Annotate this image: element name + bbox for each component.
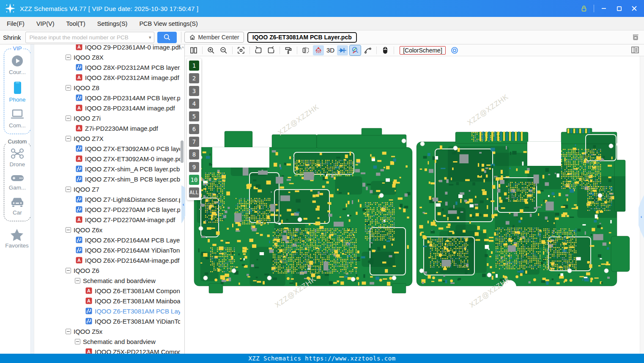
layer-button-all[interactable]: ALL (189, 187, 199, 198)
color-scheme-button[interactable]: [ColorScheme] (400, 46, 446, 55)
layer-button-7[interactable]: 7 (189, 137, 199, 147)
collapse-expander-icon[interactable] (66, 116, 71, 121)
sidebar-item-computer[interactable]: Com... (9, 108, 26, 129)
tree-item-pdf[interactable]: AIQOO Z6X-PD2164AM-image.pdf (34, 255, 180, 265)
3d-view-button[interactable]: 3D (326, 47, 334, 54)
collapse-expander-icon[interactable] (75, 339, 80, 344)
menu-item-file[interactable]: File(F) (7, 20, 25, 27)
layer-button-1[interactable]: 1 (189, 60, 199, 71)
layer-button-3[interactable]: 3 (189, 86, 199, 96)
measure-tool-icon[interactable] (350, 45, 361, 55)
tree-group[interactable]: IQOO Z6 (34, 265, 180, 275)
tree-item-pcb[interactable]: IQOO Z7X-shim_B PCB layer.pcb (34, 174, 180, 184)
rotate-right-icon[interactable] (266, 45, 277, 55)
shrink-button[interactable]: Shrink (3, 34, 21, 41)
tree-item-pdf[interactable]: AIQOO Z8-PD2314AM image.pdf (34, 103, 180, 113)
tree-item-pcb[interactable]: IQOO Z7X-shim_A PCB layer.pcb (34, 164, 180, 174)
collapse-expander-icon[interactable] (66, 187, 71, 192)
tree-item-pdf[interactable]: AIQOO Z6-ET3081AM Mainboard.pdf (34, 296, 180, 306)
layer-button-8[interactable]: 8 (189, 149, 199, 160)
menu-item-tool[interactable]: Tool(T) (66, 20, 85, 27)
star-icon (10, 228, 24, 242)
tree-group[interactable]: IQOO Z7i (34, 113, 180, 123)
tab-pcb-layer[interactable]: IQOO Z6-ET3081AM PCB Layer.pcb (247, 32, 357, 43)
paint-roller-icon[interactable] (283, 45, 294, 55)
sidebar-scrollbar-track[interactable] (30, 44, 34, 354)
tree-scroll-up-icon[interactable]: ˄︎^ (179, 46, 184, 51)
menu-item-settings[interactable]: Settings(S) (97, 20, 128, 27)
tree-item-pdf[interactable]: AIQOO Z6-ET3081AM Component.pdf (34, 286, 180, 296)
layer-button-9[interactable]: 9 (189, 162, 199, 172)
zoom-out-icon[interactable] (218, 45, 229, 55)
tree-group[interactable]: Schematic and boardview (34, 336, 180, 346)
tree-item-pcb[interactable]: IQOO Z7-PD2270AM PCB layer.pcb (34, 204, 180, 214)
search-button[interactable] (157, 32, 177, 43)
tree-group[interactable]: IQOO Z7X (34, 133, 180, 143)
tree-group[interactable]: IQOO Z7 (34, 184, 180, 194)
diode-tool-icon[interactable] (337, 45, 348, 55)
layer-button-6[interactable]: 6 (189, 124, 199, 134)
layer-button-5[interactable]: 5 (189, 111, 199, 121)
tree-item-pcb[interactable]: IQOO Z6X-PD2164AM PCB Layer.pcb (34, 235, 180, 245)
close-button[interactable] (628, 3, 641, 14)
pcb-canvas[interactable]: XZZ@XZZHKXZZ@XZZHKXZZ@XZZHKXZZ@XZZHK 123… (185, 56, 644, 354)
tree-group[interactable]: IQOO Z6x (34, 225, 180, 235)
collapse-expander-icon[interactable] (75, 278, 80, 283)
collapse-expander-icon[interactable] (66, 227, 71, 233)
layer-button-4[interactable]: 4 (189, 99, 199, 109)
fit-screen-icon[interactable] (236, 45, 247, 55)
sidebar-item-course[interactable]: Cour... (9, 54, 26, 75)
tree-item-pdf[interactable]: AIQOO Z5X-PD2123AM Component.pdf (34, 346, 180, 354)
sidebar-item-phone[interactable]: Phone (9, 81, 25, 103)
split-view-icon[interactable] (188, 45, 199, 55)
collapse-expander-icon[interactable] (66, 136, 71, 141)
tree-item-pcb[interactable]: IQOO Z6-ET3081AM PCB Layer.pcb (34, 306, 180, 316)
tree-item-pcb[interactable]: IQOO Z7X-ET3092AM-0 PCB layer.pcb (34, 143, 180, 154)
tree-scrollbar-thumb[interactable] (181, 140, 184, 163)
sidebar-item-game[interactable]: Gam... (9, 173, 26, 191)
member-center-button[interactable]: Member Center (184, 32, 244, 43)
tree-group[interactable]: Schematic and boardview (34, 275, 180, 286)
mirror-flip-icon[interactable] (300, 45, 311, 55)
collapse-expander-icon[interactable] (66, 268, 71, 273)
layer-button-2[interactable]: 2 (189, 73, 199, 83)
zoom-in-icon[interactable] (206, 45, 216, 55)
pcb-board-rendering[interactable]: XZZ@XZZHKXZZ@XZZHKXZZ@XZZHKXZZ@XZZHK (185, 56, 644, 354)
lock-icon[interactable] (578, 3, 590, 14)
tree-item-pcb[interactable]: IQOO Z7-Light&Distance Sensor.pcb (34, 194, 180, 204)
tree-group[interactable]: IQOO Z5x (34, 326, 180, 336)
menu-item-vip[interactable]: VIP(V) (36, 20, 55, 27)
tree-group[interactable]: IQOO Z8 (34, 82, 180, 93)
tree-item-pcb[interactable]: IQOO Z6X-PD2164AM YiDianTong.pcb (34, 245, 180, 255)
eye-visibility-icon[interactable] (449, 45, 460, 55)
tree-group[interactable]: IQOO Z8X (34, 52, 180, 62)
tree-item-pdf[interactable]: AIQOO Z7X-ET3092AM-0 image.pdf (34, 154, 180, 164)
tree-item-pcb[interactable]: IQOO Z8-PD2314AM PCB layer.pcb (34, 93, 180, 103)
sidebar-item-car[interactable]: Car (10, 196, 25, 216)
model-search-input[interactable] (30, 34, 147, 41)
layer-button-10[interactable]: 10 (189, 175, 199, 185)
lamp-tool-icon[interactable] (313, 45, 324, 55)
sidebar-item-drone[interactable]: Drone (10, 147, 25, 168)
minimize-button[interactable] (597, 3, 610, 14)
maximize-button[interactable] (613, 3, 625, 14)
sidebar-item-favorites[interactable]: Favorites (0, 228, 34, 249)
rotate-left-icon[interactable] (253, 45, 264, 55)
collapse-expander-icon[interactable] (66, 55, 71, 60)
tree-item-pcb[interactable]: IQOO Z6-ET3081AM YiDianTong.pcb (34, 316, 180, 326)
tree-item-pdf[interactable]: AIQOO Z7-PD2270AM-image.pdf (34, 214, 180, 225)
vip-group-label: VIP (11, 45, 24, 52)
collapse-expander-icon[interactable] (66, 85, 71, 91)
mouse-tool-icon[interactable] (380, 45, 391, 55)
close-all-tabs-icon[interactable] (632, 33, 640, 43)
collapse-expander-icon[interactable] (66, 329, 71, 334)
tree-item-pdf[interactable]: AIQOO Z8X-PD2312AM image.pdf (34, 72, 180, 82)
tree-item-pcb[interactable]: IQOO Z8X-PD2312AM PCB layer.pcb (34, 62, 180, 72)
tree-item-pdf[interactable]: AIQOO Z9-PD2361AM-0 image.pdf (34, 44, 180, 52)
tree-item-pdf[interactable]: AZ7i-PD2230AM image.pdf (34, 123, 180, 133)
model-search-combobox[interactable]: ▾ (25, 32, 154, 43)
panel-layout-icon[interactable] (630, 45, 640, 56)
curve-tool-icon[interactable] (362, 45, 373, 55)
chevron-down-icon[interactable]: ▾ (149, 35, 151, 40)
menu-item-pcb-view-settings[interactable]: PCB View settings(S) (139, 20, 197, 27)
